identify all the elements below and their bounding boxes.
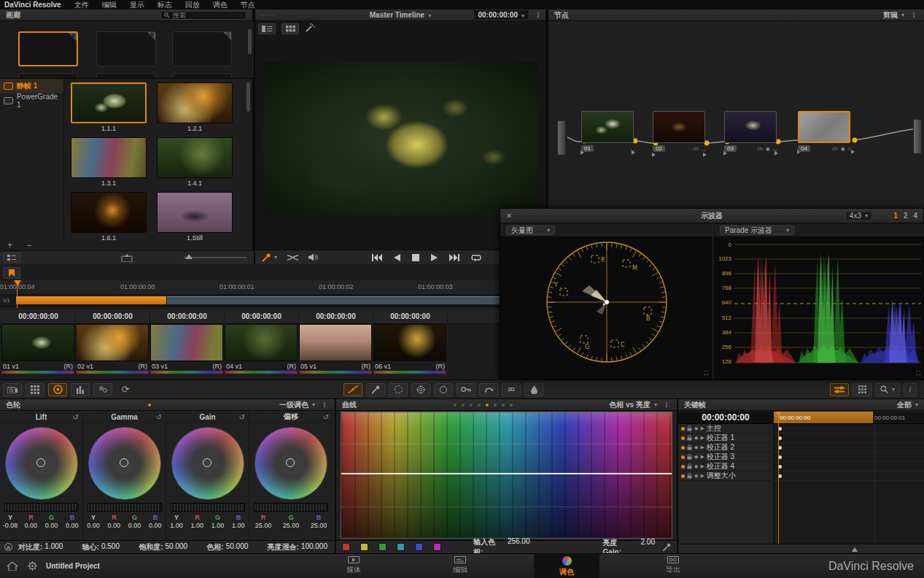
color-picker-icon[interactable] xyxy=(261,253,271,262)
expand-triangle-icon[interactable]: ▶ xyxy=(700,425,704,431)
scope-layout-selector[interactable]: 4x3▾ xyxy=(845,211,872,221)
keyframe-lane[interactable] xyxy=(774,424,924,434)
channel-value[interactable]: G1.00 xyxy=(209,514,227,529)
search-box[interactable] xyxy=(160,11,246,20)
close-icon[interactable]: ✕ xyxy=(506,212,512,220)
still-item[interactable]: 1.3.1 xyxy=(69,137,149,187)
node-item[interactable]: 01 ◡ xyxy=(581,111,635,152)
motion-effects-icon[interactable] xyxy=(93,383,112,396)
channel-value[interactable]: R0.00 xyxy=(22,514,40,529)
still-item[interactable]: 1.1.1 xyxy=(69,82,149,132)
audio-mute-icon[interactable] xyxy=(308,253,318,261)
timeline-clip[interactable]: 04 v1 (R) xyxy=(225,324,298,377)
memory-slot-partial[interactable] xyxy=(18,73,78,79)
play-reverse-icon[interactable] xyxy=(394,254,400,261)
reset-icon[interactable]: ↺ xyxy=(73,413,79,421)
clip-thumbnail[interactable] xyxy=(1,324,74,361)
chevron-down-icon[interactable]: ▾ xyxy=(274,254,277,261)
clip-thumbnail[interactable] xyxy=(150,324,223,361)
eyedropper-icon[interactable] xyxy=(662,543,671,552)
adjustment-field[interactable]: 轴心: 0.500 xyxy=(82,542,120,552)
offset-master-slider[interactable] xyxy=(254,503,328,512)
refresh-icon[interactable]: ⟳ xyxy=(116,383,135,396)
power-windows-icon[interactable] xyxy=(389,383,408,396)
grab-still-icon[interactable] xyxy=(121,254,133,262)
hue-swatch[interactable] xyxy=(378,543,387,551)
panel-options-icon[interactable]: ⋮ xyxy=(910,11,918,19)
gamma-color-wheel[interactable] xyxy=(88,427,161,500)
node-thumbnail[interactable] xyxy=(653,111,705,143)
still-thumbnail[interactable] xyxy=(157,82,233,123)
menu-item[interactable]: 标志 xyxy=(158,0,172,10)
vectorscope-type-dropdown[interactable]: 矢量图▾ xyxy=(506,226,555,235)
loop-icon[interactable] xyxy=(471,254,481,261)
panel-options-icon[interactable]: ⋮ xyxy=(535,11,543,19)
playhead[interactable] xyxy=(14,280,20,307)
still-thumbnail[interactable] xyxy=(157,137,233,178)
grid-view-icon[interactable] xyxy=(853,383,871,396)
gamma-master-slider[interactable] xyxy=(88,503,162,512)
adjustment-field[interactable]: 色相: 50.000 xyxy=(206,542,248,552)
node-thumbnail[interactable] xyxy=(798,111,850,143)
enable-dot-icon[interactable] xyxy=(681,474,685,478)
menu-item[interactable]: 编辑 xyxy=(102,0,117,10)
lift-color-wheel[interactable] xyxy=(5,427,78,500)
node-thumbnail[interactable] xyxy=(581,111,634,143)
channel-value[interactable]: B0.00 xyxy=(63,514,81,529)
clip-thumbnail[interactable] xyxy=(373,324,446,361)
keyframe-filter-selector[interactable]: 全部▾ xyxy=(897,400,918,410)
panel-menu-dots-icon[interactable]: ····· xyxy=(260,11,276,19)
gear-icon[interactable] xyxy=(28,561,37,571)
view-count-option[interactable]: 1 xyxy=(893,212,898,220)
keyframe-lane[interactable] xyxy=(774,434,924,443)
keyframe-lane[interactable] xyxy=(774,471,924,481)
slider-handle[interactable] xyxy=(185,254,193,259)
memory-slot-partial[interactable] xyxy=(96,73,156,79)
keyframe-ruler[interactable]: 00:00:00:00 00:00:00:01 xyxy=(774,412,924,424)
memory-slot-partial[interactable] xyxy=(172,73,232,79)
channel-value[interactable]: B25.00 xyxy=(306,514,331,529)
channel-value[interactable]: B1.00 xyxy=(229,514,247,529)
still-thumbnail[interactable] xyxy=(71,137,147,178)
view-count-option[interactable]: 4 xyxy=(913,212,917,220)
timeline-clip[interactable]: 05 v1 (R) xyxy=(299,324,372,377)
marker-ribbon-icon[interactable] xyxy=(3,267,20,279)
still-item[interactable]: 1.4.1 xyxy=(155,137,235,187)
hue-swatch[interactable] xyxy=(360,543,368,551)
still-item[interactable]: 1.2.1 xyxy=(155,82,235,132)
node-mode-selector[interactable]: 剪辑▾⋮ xyxy=(883,10,918,20)
channel-value[interactable]: Y-0.08 xyxy=(1,514,20,529)
still-item[interactable]: 1.Still 70's xyxy=(155,192,235,241)
tab-color[interactable]: 调色 xyxy=(534,553,599,578)
panel-options-icon[interactable]: ⋮ xyxy=(663,401,671,409)
expand-triangle-icon[interactable]: ▶ xyxy=(700,473,704,479)
expand-triangle-icon[interactable]: ▶ xyxy=(700,435,704,441)
memory-slot-b[interactable]: B xyxy=(96,31,156,66)
wheel-handle[interactable] xyxy=(203,458,211,467)
keyframe-diamond-icon[interactable]: ◆ xyxy=(694,444,698,450)
thumbnail-strip-icon[interactable] xyxy=(258,23,276,34)
palette-page-dots[interactable] xyxy=(148,404,151,406)
scopes-header[interactable]: ✕ 示波器 4x3▾ 124 xyxy=(500,209,923,223)
enable-dot-icon[interactable] xyxy=(681,427,685,431)
hue-curve-graph[interactable] xyxy=(341,412,672,539)
tab-media[interactable]: 媒体 xyxy=(321,555,387,578)
source-input-bar[interactable] xyxy=(557,120,566,155)
node-output-bar[interactable] xyxy=(913,119,922,154)
lock-icon[interactable] xyxy=(687,444,692,450)
scroll-handle[interactable] xyxy=(852,547,858,552)
reset-icon[interactable]: ↺ xyxy=(323,413,329,421)
keyframe-diamond-icon[interactable]: ◆ xyxy=(694,435,698,441)
scope-expand-icon[interactable]: ⛶ xyxy=(916,370,920,377)
expand-triangle-icon[interactable]: ▶ xyxy=(700,444,704,450)
lock-icon[interactable] xyxy=(687,463,692,469)
go-to-end-icon[interactable] xyxy=(449,254,459,261)
stills-scrollbar[interactable] xyxy=(246,82,250,112)
hue-swatch[interactable] xyxy=(397,543,405,551)
menu-item[interactable]: 调色 xyxy=(213,0,228,10)
auto-color-icon[interactable]: A xyxy=(4,543,12,551)
parade-type-dropdown[interactable]: Parade 示波器▾ xyxy=(720,226,794,235)
blur-icon[interactable] xyxy=(524,383,543,396)
scope-expand-icon[interactable]: ⛶ xyxy=(704,370,708,377)
viewer-image[interactable] xyxy=(263,62,537,215)
